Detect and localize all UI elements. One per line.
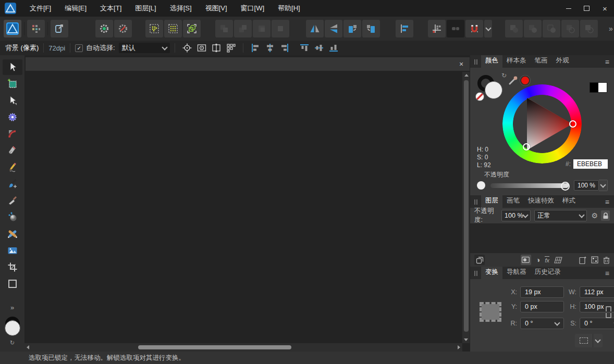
panel-menu-icon[interactable]: ≡ <box>605 270 609 277</box>
anchor-selector[interactable] <box>480 302 501 322</box>
move-tool[interactable] <box>3 59 22 75</box>
point-transform-tool[interactable] <box>3 109 22 125</box>
pixel-grid-button[interactable] <box>224 42 238 54</box>
y-input[interactable]: 0 px <box>520 301 564 312</box>
snap-grid-button[interactable] <box>145 20 163 37</box>
scroll-left-icon[interactable] <box>27 345 29 349</box>
shape-tool[interactable] <box>3 276 22 292</box>
node-tool[interactable] <box>3 93 22 108</box>
live-filter-button[interactable] <box>554 257 562 263</box>
transform-box-button[interactable] <box>210 42 223 54</box>
layer-opacity-dropdown[interactable]: 100 % <box>501 210 531 221</box>
mask-layer-button[interactable] <box>521 255 531 265</box>
transform-origin-button[interactable] <box>180 42 194 54</box>
maximize-button[interactable] <box>578 0 596 17</box>
layers-list[interactable] <box>470 223 614 253</box>
disabled-toolbar-button[interactable] <box>215 20 233 37</box>
disabled-toolbar-button[interactable] <box>234 20 252 37</box>
align-center-button[interactable] <box>263 42 277 54</box>
menu-edit[interactable]: 编辑[E] <box>58 0 93 17</box>
swap-stroke-fill-icon[interactable]: ↻ <box>10 340 15 346</box>
menu-text[interactable]: 文本[T] <box>93 0 128 17</box>
fill-tool[interactable] <box>3 209 22 225</box>
tab-styles[interactable]: 样式 <box>558 195 580 208</box>
transparency-tool[interactable] <box>3 226 22 242</box>
scroll-down-icon[interactable] <box>464 338 468 341</box>
blend-options-button[interactable]: ⚙ <box>590 210 599 221</box>
close-button[interactable]: × <box>596 0 614 17</box>
tab-navigator[interactable]: 导航器 <box>502 267 531 279</box>
auto-select-checkbox[interactable]: ✓ <box>75 44 83 52</box>
export-persona-button[interactable] <box>51 20 68 37</box>
alignment-button[interactable] <box>396 20 413 37</box>
panel-menu-icon[interactable]: ≡ <box>605 58 609 66</box>
magnet-dropdown-button[interactable] <box>484 20 492 37</box>
opacity-value-field[interactable]: 100 % <box>574 180 599 191</box>
blend-mode-dropdown[interactable]: 正常 <box>534 210 587 221</box>
magnet-snapping-button[interactable] <box>465 20 483 37</box>
vertical-scrollbar[interactable] <box>462 72 470 343</box>
disabled-toolbar-button[interactable] <box>272 20 289 37</box>
menu-file[interactable]: 文件[F] <box>23 0 58 17</box>
menu-view[interactable]: 视图[V] <box>199 0 234 17</box>
snap-pixel-button[interactable] <box>164 20 182 37</box>
pen-tool[interactable] <box>3 143 22 158</box>
boolean-combine-button[interactable] <box>580 20 598 37</box>
rotation-dropdown[interactable]: 0 ° <box>520 318 564 329</box>
panel-menu-icon[interactable]: ≡ <box>605 198 609 206</box>
vector-brush-tool[interactable] <box>3 176 22 192</box>
close-view-icon[interactable]: × <box>457 60 465 68</box>
bw-swatch[interactable] <box>590 82 607 93</box>
horizontal-scroll-thumb[interactable] <box>138 345 291 349</box>
duplicate-layers-icon[interactable] <box>474 255 485 265</box>
shear-dropdown[interactable]: 0 ° <box>580 318 614 329</box>
delete-layer-button[interactable] <box>603 256 610 264</box>
panel-drag-handle[interactable] <box>474 271 477 276</box>
snapping-presets-button[interactable] <box>447 20 464 37</box>
flip-vertical-button[interactable] <box>325 20 342 37</box>
snap-shapes-button[interactable] <box>183 20 201 37</box>
black-swatch[interactable] <box>590 83 598 92</box>
tab-layers[interactable]: 图层 <box>481 195 502 208</box>
toolbar-overflow-button[interactable]: » <box>606 24 614 33</box>
shade-selector[interactable] <box>523 143 530 150</box>
hex-input[interactable]: EBEBEB <box>573 159 608 169</box>
flip-horizontal-button[interactable] <box>306 20 324 37</box>
boolean-subtract-button[interactable] <box>524 20 542 37</box>
pixel-persona-button[interactable] <box>27 20 45 37</box>
panel-drag-handle[interactable] <box>474 199 477 205</box>
disabled-gear-button[interactable] <box>114 20 132 37</box>
canvas-area[interactable]: × <box>24 55 470 352</box>
opacity-slider-handle[interactable] <box>561 182 570 191</box>
cycle-selection-box-button[interactable] <box>575 334 593 347</box>
add-layer-button[interactable] <box>579 256 586 264</box>
preferences-button[interactable] <box>95 20 113 37</box>
align-top-button[interactable] <box>298 42 311 54</box>
boolean-divide-button[interactable] <box>561 20 579 37</box>
new-pixel-layer-button[interactable] <box>591 256 598 263</box>
vertical-scroll-thumb[interactable] <box>464 80 469 332</box>
boolean-add-button[interactable] <box>505 20 523 37</box>
tab-brushes[interactable]: 画笔 <box>502 195 524 208</box>
crop-tool[interactable] <box>3 259 22 275</box>
hide-selection-button[interactable] <box>195 42 208 54</box>
tab-history[interactable]: 历史记录 <box>531 267 565 279</box>
place-image-tool[interactable] <box>3 243 22 258</box>
menu-help[interactable]: 帮助[H] <box>271 0 307 17</box>
link-wh-icon[interactable] <box>606 306 611 318</box>
tab-transform[interactable]: 变换 <box>481 267 502 279</box>
menu-layer[interactable]: 图层[L] <box>128 0 163 17</box>
horizontal-scrollbar[interactable] <box>24 343 462 352</box>
minimize-button[interactable] <box>559 0 578 17</box>
grid-axis-button[interactable] <box>428 20 446 37</box>
knife-tool[interactable] <box>3 193 22 208</box>
contour-tool[interactable] <box>3 126 22 142</box>
opacity-slider[interactable] <box>490 183 569 188</box>
opacity-dropdown[interactable] <box>599 180 608 191</box>
tab-color[interactable]: 颜色 <box>481 55 502 68</box>
pencil-tool[interactable] <box>3 159 22 175</box>
layer-fx-button[interactable]: fx <box>545 256 549 264</box>
align-middle-button[interactable] <box>312 42 326 54</box>
rotate-cw-button[interactable] <box>362 20 380 37</box>
lock-layer-button[interactable] <box>601 210 610 221</box>
